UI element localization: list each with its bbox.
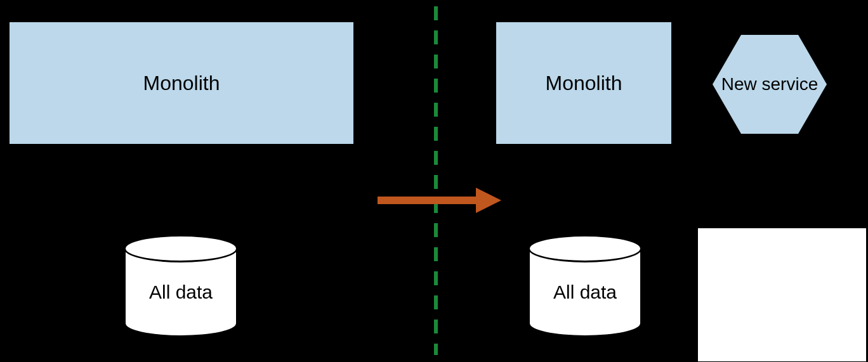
- blank-area: [698, 228, 866, 361]
- diagram-canvas: Monolith All data Monolith New service A…: [0, 0, 868, 362]
- new-service-label: New service: [721, 74, 818, 94]
- right-monolith-label: Monolith: [546, 72, 622, 95]
- left-monolith-box: Monolith: [8, 20, 355, 146]
- left-database-cylinder: All data: [124, 235, 238, 339]
- svg-marker-1: [476, 188, 501, 213]
- transition-arrow: [378, 188, 501, 213]
- left-database-label: All data: [149, 281, 213, 303]
- right-monolith-box: Monolith: [494, 20, 673, 146]
- right-database-label: All data: [553, 281, 617, 303]
- new-service-hexagon: New service: [713, 35, 827, 134]
- right-database-cylinder: All data: [528, 235, 642, 339]
- left-monolith-label: Monolith: [143, 72, 220, 95]
- cylinder-top-ellipse: [528, 235, 642, 262]
- cylinder-top-ellipse: [124, 235, 238, 262]
